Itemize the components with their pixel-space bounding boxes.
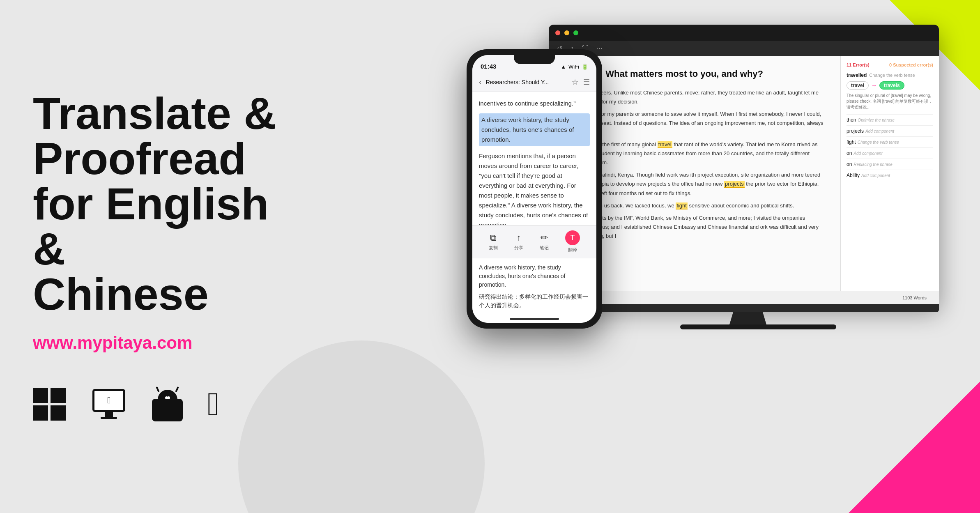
divider-5 xyxy=(847,159,933,159)
doc-paragraph-6: ly reading reports by the IMF, World Ban… xyxy=(565,214,824,241)
sidebar-action-fight[interactable]: Change the verb tense xyxy=(858,140,899,145)
battery-icon: 🔋 xyxy=(582,64,588,70)
note-label: 笔记 xyxy=(540,245,549,251)
error-count: 11 Error(s) xyxy=(847,62,870,67)
laptop-topbar xyxy=(549,25,939,41)
doc-paragraph-1: demanding careers. Unlike most Chinese p… xyxy=(565,88,824,106)
doc-title: Essay A: What matters most to you, and w… xyxy=(565,68,824,80)
arrow-icon: → xyxy=(871,82,877,89)
doc-paragraph-5: gs were holding us back. We lacked focus… xyxy=(565,201,824,210)
phone-para-highlighted: A diverse work history, the study conclu… xyxy=(479,113,590,146)
sidebar-action-on2[interactable]: Replacing the phrase xyxy=(853,162,893,167)
phone-notch xyxy=(514,55,555,64)
sidebar-word-on1: on xyxy=(847,150,852,156)
website-url[interactable]: www.mypitaya.com xyxy=(33,333,279,353)
translate-label: 翻译 xyxy=(568,247,577,253)
copy-icon: ⧉ xyxy=(490,232,497,243)
doc-footer: B I T T 1103 Words xyxy=(549,291,939,304)
sidebar-word-fight: fight xyxy=(847,139,856,145)
phone-home-indicator xyxy=(472,315,596,323)
ios-platform:  xyxy=(207,388,219,421)
main-title: Translate & Proofread for English & Chin… xyxy=(33,91,279,317)
windows-icon xyxy=(33,388,66,421)
word-count: 1103 Words xyxy=(902,295,931,300)
phone-nav-icons: ☆ ☰ xyxy=(572,78,590,87)
sidebar-projects-row: projects Add component xyxy=(847,128,933,134)
phone-para-1: incentives to continue specializing." xyxy=(479,99,590,108)
translate-action[interactable]: T 翻译 xyxy=(565,230,580,253)
phone-screen: 01:43 ▲ WiFi 🔋 ‹ Researchers: Should Y..… xyxy=(472,55,596,323)
phone-navbar: ‹ Researchers: Should Y... ☆ ☰ xyxy=(472,72,596,92)
sidebar-on-row-1: on Add component xyxy=(847,150,933,156)
phone-trans-chinese: 研究得出结论：多样化的工作经历会损害一个人的晋升机会。 xyxy=(479,292,590,310)
bookmark-icon[interactable]: ☆ xyxy=(572,78,578,87)
sidebar-word-ability: Ability xyxy=(847,173,860,178)
chip-travel[interactable]: travel xyxy=(847,81,869,90)
laptop-base xyxy=(549,304,939,312)
divider-4 xyxy=(847,147,933,148)
nav-title: Researchers: Should Y... xyxy=(486,79,568,85)
sidebar-action-then[interactable]: Optimize the phrase xyxy=(858,118,895,122)
share-action[interactable]: ↑ 分享 xyxy=(514,232,523,251)
monitor-icon:  xyxy=(90,386,127,423)
phone-para-2: Ferguson mentions that, if a person move… xyxy=(479,151,590,225)
sidebar-note: The singular or plural of [travel] may b… xyxy=(847,93,933,110)
phone-time: 01:43 xyxy=(481,63,496,70)
windows-platform xyxy=(33,388,66,421)
sidebar-action-travelled[interactable]: Change the verb tense xyxy=(869,73,915,78)
sidebar-action-ability[interactable]: Add component xyxy=(861,173,890,178)
phone-action-bar: ⧉ 复制 ↑ 分享 ✏ 笔记 T 翻译 xyxy=(472,225,596,258)
sidebar-then-row: then Optimize the phrase xyxy=(847,117,933,123)
sidebar-travel-chips: travel → travels xyxy=(847,81,933,90)
phone-outer: 01:43 ▲ WiFi 🔋 ‹ Researchers: Should Y..… xyxy=(467,49,602,329)
divider-3 xyxy=(847,136,933,137)
apple-icon:  xyxy=(207,388,219,421)
sidebar-word-travelled: travelled xyxy=(847,72,867,78)
menu-icon[interactable]: ☰ xyxy=(583,78,590,87)
phone-trans-original: A diverse work history, the study conclu… xyxy=(479,263,590,289)
macos-platform:  xyxy=(90,386,127,423)
share-icon: ↑ xyxy=(517,232,521,243)
wifi-icon: WiFi xyxy=(568,64,579,70)
signal-icon: ▲ xyxy=(561,64,566,70)
sidebar-word-then: then xyxy=(847,117,856,123)
laptop-stand xyxy=(729,312,766,324)
sidebar-ability-row: Ability Add component xyxy=(847,173,933,178)
left-panel: Translate & Proofread for English & Chin… xyxy=(33,0,279,513)
sidebar-action-on1[interactable]: Add component xyxy=(853,151,882,156)
sidebar-word-projects: projects xyxy=(847,128,864,134)
minimize-button[interactable] xyxy=(564,30,569,35)
doc-paragraph-4: or CAMCE in Malindi, Kenya. Though field… xyxy=(565,170,824,198)
sidebar-action-projects[interactable]: Add component xyxy=(865,129,894,133)
phone-content: incentives to continue specializing." A … xyxy=(472,92,596,225)
sidebar-word-on2: on xyxy=(847,161,852,167)
divider-2 xyxy=(847,125,933,126)
note-action[interactable]: ✏ 笔记 xyxy=(540,232,549,251)
phone-translation-area: A diverse work history, the study conclu… xyxy=(472,258,596,315)
share-label: 分享 xyxy=(514,245,523,251)
phone-status-icons: ▲ WiFi 🔋 xyxy=(561,64,588,70)
sidebar-fight-row: fight Change the verb tense xyxy=(847,139,933,145)
right-panel: ↺ ↑ ⛶ ··· Essay A: What matters most to … xyxy=(339,0,980,513)
note-icon: ✏ xyxy=(541,232,548,243)
divider-1 xyxy=(847,114,933,115)
doc-paragraph-3: when I was 14, the first of many global … xyxy=(565,140,824,167)
divider-6 xyxy=(847,170,933,170)
laptop-foot xyxy=(680,324,836,329)
sidebar-travelled-row: travelled Change the verb tense xyxy=(847,72,933,78)
chip-travels[interactable]: travels xyxy=(879,81,904,90)
translate-icon: T xyxy=(565,230,580,245)
doc-area: Essay A: What matters most to you, and w… xyxy=(549,56,939,291)
close-button[interactable] xyxy=(555,30,560,35)
phone-device: 01:43 ▲ WiFi 🔋 ‹ Researchers: Should Y..… xyxy=(467,49,602,329)
doc-paragraph-2: ead of waiting for my parents or someone… xyxy=(565,110,824,137)
maximize-button[interactable] xyxy=(573,30,578,35)
home-bar xyxy=(510,318,559,320)
copy-action[interactable]: ⧉ 复制 xyxy=(489,232,498,251)
sidebar-on-row-2: on Replacing the phrase xyxy=(847,161,933,167)
copy-label: 复制 xyxy=(489,245,498,251)
laptop-screen: ↺ ↑ ⛶ ··· Essay A: What matters most to … xyxy=(549,25,939,304)
back-button[interactable]: ‹ xyxy=(479,77,482,87)
suspected-count: 0 Suspected error(s) xyxy=(889,62,933,67)
platform-icons:   xyxy=(33,386,279,423)
